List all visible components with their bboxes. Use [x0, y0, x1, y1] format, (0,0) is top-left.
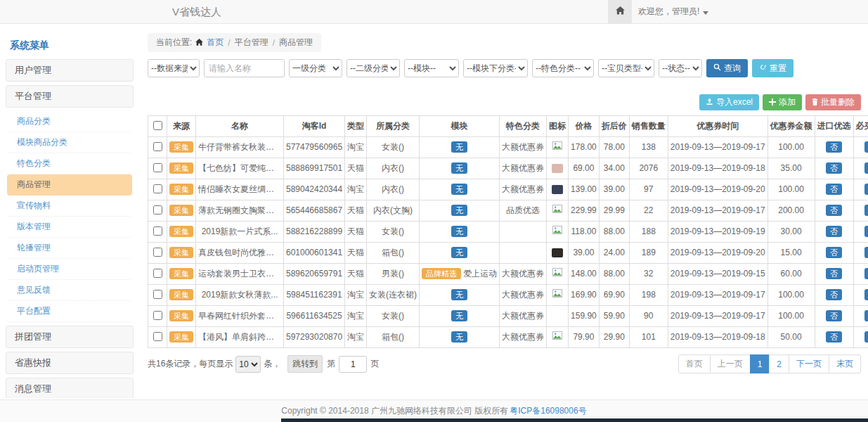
first-page-button[interactable]: 首页 [678, 354, 711, 373]
sidebar-group-user-manage[interactable]: 用户管理 [6, 59, 134, 82]
reset-button[interactable]: 重置 [752, 59, 793, 77]
import-optional-toggle[interactable]: 否 [826, 289, 842, 300]
column-header-0: 来源 [167, 116, 196, 137]
must-buy-toggle[interactable]: 否 [864, 226, 868, 237]
icon-cell [547, 137, 569, 158]
add-button[interactable]: 添加 [763, 94, 802, 110]
price-cell: 229.99 [569, 200, 600, 222]
must-buy-toggle[interactable]: 否 [864, 247, 868, 258]
per-page-select[interactable]: 10 [235, 356, 261, 373]
sidebar-item-feature-category[interactable]: 特色分类 [7, 153, 132, 174]
sidebar-item-product-manage[interactable]: 商品管理 [7, 174, 132, 196]
taoke-id-cell: 589042420344 [284, 179, 345, 200]
jump-button[interactable]: 跳转到 [287, 355, 323, 373]
must-buy-toggle[interactable]: 否 [864, 289, 868, 300]
must-buy-toggle[interactable]: 否 [864, 184, 868, 195]
pagination-bar: 共16条记录，每页显示 10 条， 跳转到 第 页 首页 上一页 1 2 下一页… [148, 354, 861, 373]
type-cell: 天猫 [345, 264, 367, 285]
breadcrumb-home-link[interactable]: 首页 [207, 37, 224, 49]
image-placeholder-icon [552, 332, 562, 342]
level1-category-select[interactable]: 一级分类 [289, 59, 342, 77]
row-checkbox[interactable] [153, 290, 162, 299]
source-badge: 采集 [169, 310, 193, 321]
page-number-input[interactable] [339, 356, 367, 373]
must-buy-toggle[interactable]: 否 [864, 268, 868, 279]
last-page-button[interactable]: 末页 [829, 354, 861, 373]
sidebar-item-feedback[interactable]: 意见反馈 [7, 280, 132, 301]
column-header-4: 所属分类 [367, 116, 420, 137]
product-thumbnail [552, 164, 563, 173]
batch-delete-button[interactable]: 批量删除 [805, 94, 861, 110]
import-excel-button[interactable]: 导入excel [699, 94, 759, 110]
must-buy-cell: 否 [853, 200, 868, 222]
sidebar-item-splash-manage[interactable]: 启动页管理 [7, 259, 132, 280]
prev-page-button[interactable]: 上一页 [710, 354, 751, 373]
module-select[interactable]: --模块-- [404, 59, 459, 77]
row-checkbox[interactable] [153, 205, 162, 215]
sidebar-item-module-product-category[interactable]: 模块商品分类 [7, 132, 132, 153]
data-source-select[interactable]: --数据来源-- [148, 59, 200, 77]
table-row: 采集2019新款女秋薄款...598451162391淘宝女装(连衣裙)无大额优… [148, 285, 868, 306]
row-checkbox[interactable] [153, 248, 162, 257]
sales-count-cell: 2076 [629, 158, 668, 179]
product-name-cell: 2019新款一片式系... [196, 222, 284, 243]
home-button[interactable] [608, 0, 632, 23]
sidebar-group-platform-manage[interactable]: 平台管理 [6, 85, 134, 108]
row-checkbox[interactable] [153, 142, 162, 151]
must-buy-toggle[interactable]: 否 [864, 205, 868, 216]
sidebar-group-groupbuy-manage[interactable]: 拼团管理 [6, 326, 134, 348]
row-checkbox[interactable] [153, 226, 162, 236]
must-buy-toggle[interactable]: 否 [864, 310, 868, 321]
import-optional-toggle[interactable]: 否 [826, 162, 842, 174]
select-all-checkbox[interactable] [153, 121, 162, 130]
sidebar-item-carousel-manage[interactable]: 轮播管理 [7, 238, 132, 259]
welcome-text: 欢迎您，管理员! [638, 6, 699, 18]
import-optional-toggle[interactable]: 否 [826, 205, 842, 216]
sidebar-item-product-category[interactable]: 商品分类 [7, 111, 132, 132]
must-buy-toggle[interactable]: 否 [864, 331, 868, 343]
row-checkbox[interactable] [153, 332, 162, 341]
search-button[interactable]: 查询 [706, 59, 748, 77]
discount-price-cell: 29.90 [599, 327, 629, 348]
status-select[interactable]: --状态-- [659, 59, 702, 77]
product-thumbnail [552, 185, 563, 194]
level2-category-select[interactable]: --二级分类-- [346, 59, 400, 77]
next-page-button[interactable]: 下一页 [789, 354, 829, 373]
icp-link[interactable]: 粤ICP备16098006号 [510, 405, 586, 417]
sidebar-item-promo-material[interactable]: 宣传物料 [7, 196, 132, 217]
import-optional-toggle[interactable]: 否 [826, 226, 842, 237]
page-2-button[interactable]: 2 [769, 354, 789, 373]
import-optional-toggle[interactable]: 否 [826, 247, 842, 258]
must-buy-toggle[interactable]: 否 [864, 141, 868, 153]
module-subcategory-select[interactable]: --模块下分类-- [463, 59, 528, 77]
row-checkbox[interactable] [153, 269, 162, 278]
product-name-cell: 早春网红针织外套女春... [196, 306, 284, 327]
row-checkbox[interactable] [153, 311, 162, 320]
price-cell: 69.00 [569, 158, 600, 179]
feature-category-cell: 大额优惠券 [500, 306, 547, 327]
feature-category-cell [500, 243, 547, 264]
row-checkbox[interactable] [153, 184, 162, 193]
sidebar-group-message-manage[interactable]: 消息管理 [6, 378, 134, 398]
import-optional-toggle[interactable]: 否 [826, 268, 842, 279]
item-type-select[interactable]: --宝贝类型-- [598, 59, 654, 77]
breadcrumb-item-product: 商品管理 [279, 37, 313, 49]
user-menu[interactable]: 欢迎您，管理员! [638, 0, 708, 23]
import-optional-toggle[interactable]: 否 [826, 331, 842, 343]
name-search-input[interactable] [204, 59, 285, 77]
type-cell: 淘宝 [345, 306, 367, 327]
type-cell: 淘宝 [345, 285, 367, 306]
import-optional-toggle[interactable]: 否 [826, 310, 842, 321]
import-optional-toggle[interactable]: 否 [826, 141, 842, 153]
discount-price-cell: 69.90 [599, 285, 629, 306]
feature-category-cell: 大额优惠券 [500, 327, 547, 348]
sidebar-group-express-news[interactable]: 省惠快报 [6, 352, 134, 374]
page-1-button[interactable]: 1 [750, 354, 770, 373]
import-optional-toggle[interactable]: 否 [826, 184, 842, 195]
sidebar-item-platform-config[interactable]: 平台配置 [7, 301, 132, 322]
row-checkbox[interactable] [153, 163, 162, 172]
sidebar-item-version-manage[interactable]: 版本管理 [7, 217, 132, 238]
feature-category-select[interactable]: --特色分类-- [532, 59, 594, 77]
must-buy-toggle[interactable]: 否 [864, 162, 868, 174]
row-select-cell [148, 158, 167, 179]
